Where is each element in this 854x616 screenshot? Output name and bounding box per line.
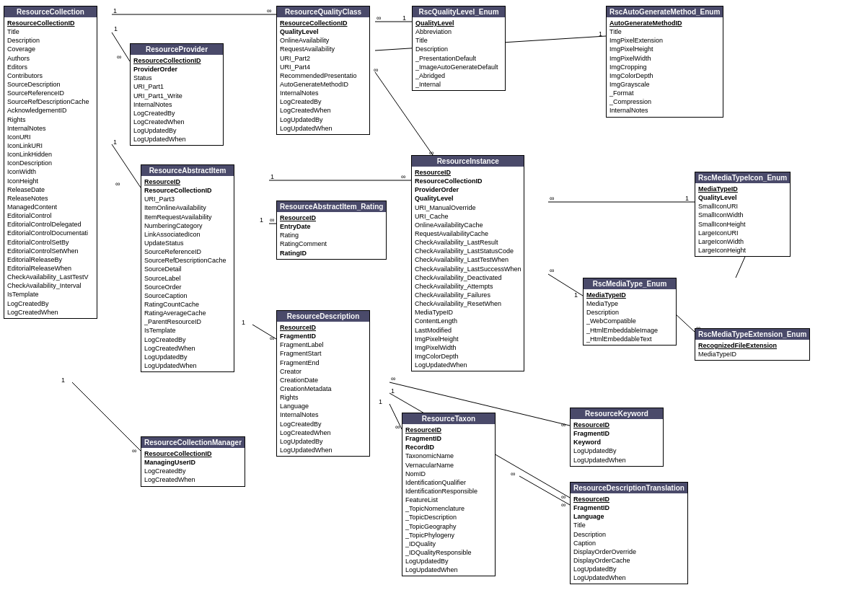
entity-body-resourcedescriptiontranslation: ResourceIDFragmentIDLanguageTitleDescrip… bbox=[571, 493, 687, 584]
field-resourcedescriptiontranslation-6: DisplayOrderOverride bbox=[573, 547, 684, 556]
field-resourcecollection-10: AcknowledgementID bbox=[7, 106, 94, 115]
svg-text:∞: ∞ bbox=[270, 335, 274, 342]
entity-body-rscmediatypeextension_enum: RecognizedFileExtensionMediaTypeID bbox=[695, 340, 809, 360]
field-resourcekeyword-1: FragmentID bbox=[573, 429, 660, 438]
field-rscmediatype_enum-3: _WebCompatible bbox=[586, 317, 673, 325]
svg-line-34 bbox=[252, 325, 276, 339]
field-resourcetaxon-2: RecordID bbox=[405, 443, 492, 452]
field-resourceabstractitem-1: ResourceCollectionID bbox=[144, 186, 231, 195]
svg-text:∞: ∞ bbox=[270, 216, 274, 224]
field-rscautogeneratemethod_enum-4: ImgPixelWidth bbox=[609, 54, 720, 63]
entity-body-resourcequalityclass: ResourceCollectionIDQualityLevelOnlineAv… bbox=[277, 17, 369, 134]
field-resourcecollection-33: LogCreatedWhen bbox=[7, 308, 94, 317]
field-resourceabstractitem-11: SourceLabel bbox=[144, 274, 231, 283]
svg-text:∞: ∞ bbox=[117, 53, 121, 61]
field-rscmediatypeextension_enum-1: MediaTypeID bbox=[698, 350, 806, 358]
field-rscmediatypeicon_enum-6: LargeIconWidth bbox=[698, 237, 787, 246]
field-resourceinstance-17: ContentLength bbox=[415, 317, 521, 325]
field-resourcecollectionmanager-3: LogCreatedWhen bbox=[144, 475, 242, 484]
field-resourceinstance-3: QualityLevel bbox=[415, 194, 521, 203]
entity-rscmediatypeextension_enum: RscMediaTypeExtension_EnumRecognizedFile… bbox=[695, 328, 810, 361]
field-resourcedescriptiontranslation-9: LogUpdatedWhen bbox=[573, 573, 684, 582]
entity-resourcekeyword: ResourceKeywordResourceIDFragmentIDKeywo… bbox=[570, 408, 664, 467]
field-resourcedescription-6: CreationDate bbox=[280, 376, 366, 384]
entity-resourceprovider: ResourceProviderResourceCollectionIDProv… bbox=[130, 43, 224, 146]
field-resourcequalityclass-7: AutoGenerateMethodID bbox=[280, 80, 366, 89]
entity-body-rscautogeneratemethod_enum: AutoGenerateMethodIDTitleImgPixelExtensi… bbox=[607, 17, 723, 117]
field-rscqualitylevel_enum-7: _Internal bbox=[415, 80, 502, 89]
field-rscmediatype_enum-5: _HtmlEmbeddableText bbox=[586, 335, 673, 343]
field-rscqualitylevel_enum-3: Description bbox=[415, 45, 502, 53]
field-resourceabstractitem-10: SourceDetail bbox=[144, 265, 231, 273]
field-resourceinstance-1: ResourceCollectionID bbox=[415, 177, 521, 185]
field-resourcetaxon-4: VernacularName bbox=[405, 461, 492, 470]
field-resourceabstractitem-8: SourceReferenceID bbox=[144, 247, 231, 256]
field-resourcecollection-28: EditorialReleaseWhen bbox=[7, 264, 94, 273]
field-resourcecollection-12: InternalNotes bbox=[7, 124, 94, 133]
field-resourcedescription-8: Rights bbox=[280, 393, 366, 402]
entity-header-rscmediatypeextension_enum: RscMediaTypeExtension_Enum bbox=[695, 329, 809, 340]
field-resourcecollection-31: IsTemplate bbox=[7, 290, 94, 299]
svg-line-46 bbox=[519, 476, 570, 505]
svg-text:1: 1 bbox=[260, 216, 263, 224]
field-resourcedescription-13: LogUpdatedBy bbox=[280, 437, 366, 446]
field-resourcetaxon-15: LogUpdatedBy bbox=[405, 557, 492, 566]
field-resourceinstance-11: CheckAvailability_LastSuccessWhen bbox=[415, 265, 521, 273]
field-resourcecollection-1: Title bbox=[7, 27, 94, 36]
entity-body-rscmediatypeicon_enum: MediaTypeIDQualityLevelSmallIconURISmall… bbox=[695, 183, 790, 256]
field-rscmediatypeicon_enum-5: LargeIconURI bbox=[698, 229, 787, 237]
svg-line-49 bbox=[72, 382, 141, 451]
svg-text:1: 1 bbox=[113, 7, 117, 14]
field-resourcecollection-22: EditorialControl bbox=[7, 211, 94, 220]
field-resourceabstractitem_rating-0: ResourceID bbox=[280, 214, 383, 222]
field-rscautogeneratemethod_enum-10: InternalNotes bbox=[609, 106, 720, 115]
entity-header-resourceabstractitem_rating: ResourceAbstractItem_Rating bbox=[277, 201, 386, 212]
field-resourcetaxon-10: _TopicDescription bbox=[405, 513, 492, 522]
field-resourcedescriptiontranslation-8: LogUpdatedBy bbox=[573, 565, 684, 573]
field-resourcequalityclass-2: OnlineAvailability bbox=[280, 36, 366, 45]
field-resourcecollection-3: Coverage bbox=[7, 45, 94, 53]
field-resourcedescriptiontranslation-5: Caption bbox=[573, 539, 684, 547]
field-resourcequalityclass-9: LogCreatedBy bbox=[280, 97, 366, 106]
svg-text:∞: ∞ bbox=[561, 493, 565, 501]
field-resourcetaxon-6: IdentificationQualifier bbox=[405, 478, 492, 487]
svg-text:1: 1 bbox=[574, 291, 578, 299]
field-resourcequalityclass-8: InternalNotes bbox=[280, 89, 366, 97]
field-resourceprovider-8: LogUpdatedBy bbox=[133, 126, 220, 135]
entity-resourcecollectionmanager: ResourceCollectionManagerResourceCollect… bbox=[141, 436, 245, 487]
field-resourceabstractitem-12: SourceOrder bbox=[144, 283, 231, 291]
field-resourceabstractitem-3: ItemOnlineAvailability bbox=[144, 203, 231, 212]
field-resourceabstractitem_rating-3: RatingComment bbox=[280, 239, 383, 248]
field-resourceabstractitem_rating-1: EntryDate bbox=[280, 222, 383, 231]
field-resourcecollection-23: EditorialControlDelegated bbox=[7, 220, 94, 229]
field-resourcecollection-15: IconLinkHidden bbox=[7, 150, 94, 159]
entity-body-rscqualitylevel_enum: QualityLevelAbbreviationTitleDescription… bbox=[413, 17, 505, 90]
svg-text:∞: ∞ bbox=[267, 7, 271, 14]
field-resourcetaxon-16: LogUpdatedWhen bbox=[405, 566, 492, 574]
field-resourcequalityclass-10: LogCreatedWhen bbox=[280, 106, 366, 115]
entity-header-resourcecollection: ResourceCollection bbox=[4, 6, 97, 17]
field-resourcecollection-25: EditorialControlSetBy bbox=[7, 238, 94, 247]
field-resourcecollection-20: ReleaseNotes bbox=[7, 194, 94, 203]
field-resourcecollection-4: Authors bbox=[7, 54, 94, 63]
field-resourcecollectionmanager-1: ManagingUserID bbox=[144, 458, 242, 467]
field-resourceabstractitem_rating-2: Rating bbox=[280, 231, 383, 239]
field-resourceinstance-22: LogUpdatedWhen bbox=[415, 361, 521, 369]
field-resourceprovider-0: ResourceCollectionID bbox=[133, 56, 220, 65]
field-rscmediatypeextension_enum-0: RecognizedFileExtension bbox=[698, 341, 806, 350]
field-resourceinstance-20: ImgPixelWidth bbox=[415, 343, 521, 352]
field-resourceinstance-2: ProviderOrder bbox=[415, 185, 521, 194]
field-resourcedescription-12: LogCreatedWhen bbox=[280, 428, 366, 437]
field-resourcecollection-17: IconWidth bbox=[7, 167, 94, 176]
field-resourcedescriptiontranslation-2: Language bbox=[573, 512, 684, 521]
field-resourceabstractitem-20: LogUpdatedBy bbox=[144, 353, 231, 361]
entity-resourcedescription: ResourceDescriptionResourceIDFragmentIDF… bbox=[276, 310, 370, 457]
field-resourceabstractitem-19: LogCreatedWhen bbox=[144, 344, 231, 353]
svg-text:∞: ∞ bbox=[395, 423, 400, 431]
field-resourcetaxon-14: _IDQualityResponsible bbox=[405, 548, 492, 557]
field-resourcequalityclass-11: LogUpdatedBy bbox=[280, 115, 366, 124]
entity-header-rscmediatypeicon_enum: RscMediaTypeIcon_Enum bbox=[695, 172, 790, 183]
svg-text:1: 1 bbox=[114, 25, 118, 32]
field-resourcedescription-2: FragmentLabel bbox=[280, 340, 366, 349]
field-resourceabstractitem-7: UpdateStatus bbox=[144, 239, 231, 247]
